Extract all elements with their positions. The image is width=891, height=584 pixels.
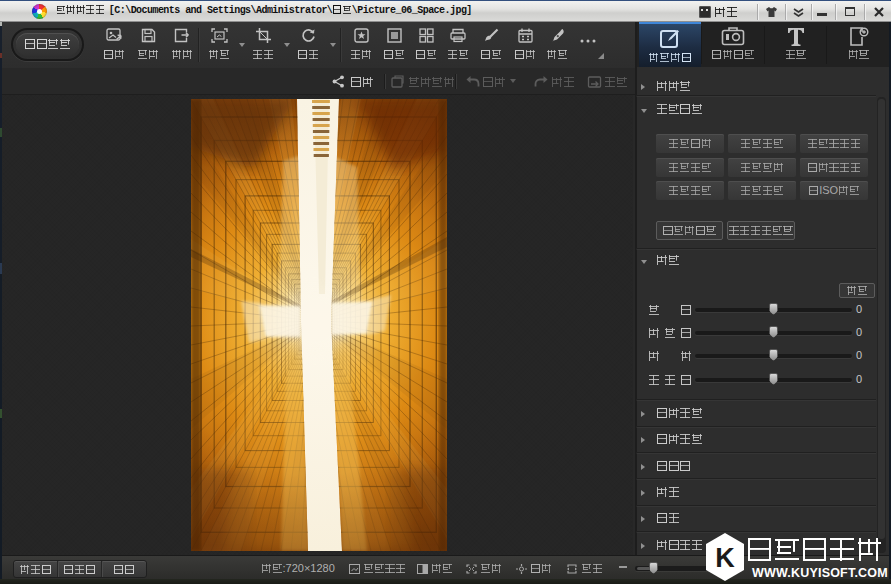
svg-text:K: K xyxy=(715,543,735,573)
